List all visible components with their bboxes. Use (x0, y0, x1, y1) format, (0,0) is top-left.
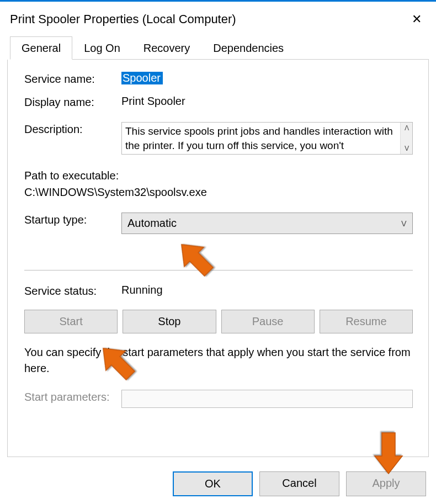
label-description: Description: (24, 122, 121, 136)
value-service-status: Running (121, 284, 413, 296)
dialog-footer: OK Cancel Apply (0, 464, 436, 504)
label-path: Path to executable: (24, 167, 413, 184)
label-startup-type: Startup type: (24, 213, 121, 226)
chevron-down-icon: ᐯ (401, 219, 407, 228)
label-service-name: Service name: (24, 72, 121, 86)
close-icon[interactable]: ✕ (407, 12, 426, 26)
scroll-up-icon[interactable]: ᐱ (401, 123, 412, 134)
cancel-button[interactable]: Cancel (259, 471, 339, 496)
window-title: Print Spooler Properties (Local Computer… (10, 12, 236, 26)
scroll-down-icon[interactable]: ᐯ (401, 143, 412, 154)
label-display-name: Display name: (24, 95, 121, 109)
selected-text[interactable]: Spooler (121, 72, 163, 84)
tab-logon[interactable]: Log On (72, 36, 132, 59)
ok-button[interactable]: OK (173, 471, 253, 496)
divider (24, 270, 413, 270)
select-value: Automatic (127, 217, 177, 230)
value-service-name: Spooler (121, 72, 413, 84)
label-start-params: Start parameters: (24, 390, 121, 404)
description-box: This service spools print jobs and handl… (121, 122, 413, 155)
startup-type-select[interactable]: Automatic ᐯ (121, 213, 413, 234)
help-text: You can specify the start parameters tha… (24, 344, 413, 376)
value-path: C:\WINDOWS\System32\spoolsv.exe (24, 184, 413, 200)
value-description: This service spools print jobs and handl… (125, 124, 398, 152)
tab-recovery[interactable]: Recovery (132, 36, 201, 59)
start-button: Start (24, 310, 118, 333)
stop-button[interactable]: Stop (123, 310, 216, 333)
start-params-input (121, 390, 413, 408)
tab-general[interactable]: General (10, 36, 72, 60)
value-display-name: Print Spooler (121, 95, 413, 108)
apply-button: Apply (346, 471, 426, 496)
label-service-status: Service status: (24, 284, 121, 298)
tab-strip: General Log On Recovery Dependencies (10, 36, 429, 60)
pause-button: Pause (221, 310, 315, 333)
tab-panel-general: Service name: Spooler Display name: Prin… (7, 60, 429, 457)
service-button-row: Start Stop Pause Resume (24, 310, 413, 333)
path-block: Path to executable: C:\WINDOWS\System32\… (24, 167, 413, 200)
tab-dependencies[interactable]: Dependencies (201, 36, 295, 59)
resume-button: Resume (320, 310, 413, 333)
title-bar: Print Spooler Properties (Local Computer… (0, 2, 436, 36)
description-scrollbar[interactable]: ᐱ ᐯ (400, 123, 412, 154)
tab-container: General Log On Recovery Dependencies Ser… (7, 36, 429, 457)
